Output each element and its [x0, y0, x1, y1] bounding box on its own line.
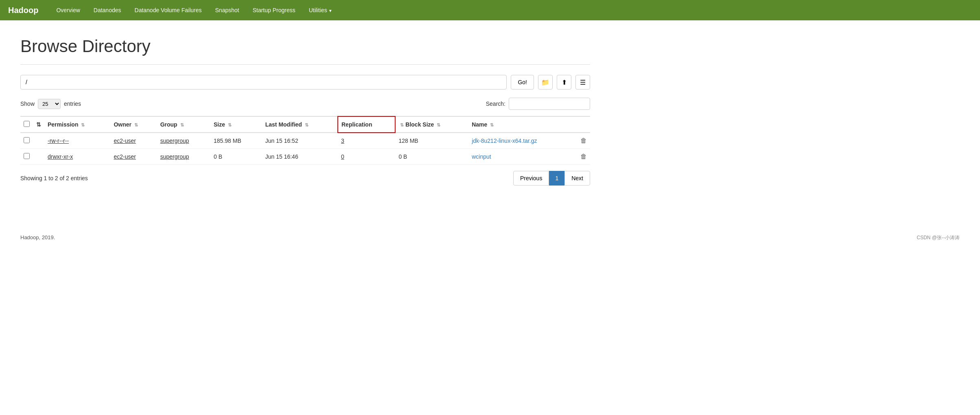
pagination: Previous 1 Next: [513, 171, 590, 186]
th-block-size[interactable]: ⇅ Block Size ⇅: [395, 116, 468, 133]
footer-right: CSDN @张--小涛涛: [917, 234, 960, 241]
delete-icon-1[interactable]: 🗑: [580, 137, 587, 144]
group-link-2[interactable]: supergroup: [160, 153, 189, 160]
nav-item-startup-progress[interactable]: Startup Progress: [247, 4, 301, 17]
nav-item-overview[interactable]: Overview: [50, 4, 85, 17]
show-label: Show: [20, 100, 35, 107]
entries-left: Show 10 25 50 100 entries: [20, 99, 81, 109]
select-all-checkbox[interactable]: [24, 121, 30, 127]
th-last-modified[interactable]: Last Modified ⇅: [262, 116, 338, 133]
page-title: Browse Directory: [20, 37, 590, 56]
permission-link-1[interactable]: -rw-r--r--: [48, 138, 69, 144]
sort-name-icon: ⇅: [490, 122, 494, 127]
nav-link-datanode-volume-failures[interactable]: Datanode Volume Failures: [129, 4, 208, 17]
nav-item-datanodes[interactable]: Datanodes: [88, 4, 127, 17]
directory-table: ⇅ Permission ⇅ Owner ⇅ Group ⇅ Size ⇅: [20, 116, 590, 165]
th-owner-label: Owner: [114, 121, 131, 128]
nav-item-datanode-volume-failures[interactable]: Datanode Volume Failures: [129, 4, 208, 17]
sort-group-icon: ⇅: [180, 122, 184, 127]
table-view-button[interactable]: ☰: [575, 75, 590, 90]
td-replication-1: 3: [338, 133, 395, 149]
td-group-2: supergroup: [157, 149, 210, 165]
permission-link-2[interactable]: drwxr-xr-x: [48, 153, 73, 160]
file-link-1[interactable]: jdk-8u212-linux-x64.tar.gz: [472, 138, 537, 144]
td-permission-2: drwxr-xr-x: [44, 149, 110, 165]
row-1-checkbox[interactable]: [24, 137, 30, 143]
folder-button[interactable]: 📁: [538, 75, 553, 90]
table-header-row: ⇅ Permission ⇅ Owner ⇅ Group ⇅ Size ⇅: [20, 116, 590, 133]
replication-value-2: 0: [341, 153, 344, 160]
td-block-size-2: 0 B: [395, 149, 468, 165]
delete-icon-2[interactable]: 🗑: [580, 153, 587, 160]
group-link-1[interactable]: supergroup: [160, 138, 189, 144]
td-name-1: jdk-8u212-linux-x64.tar.gz: [468, 133, 577, 149]
divider: [20, 64, 590, 65]
td-sort-2: [33, 149, 44, 165]
entries-label: entries: [64, 100, 81, 107]
td-delete-2: 🗑: [577, 149, 590, 165]
th-group-label: Group: [160, 121, 177, 128]
sort-last-modified-icon: ⇅: [305, 122, 308, 127]
th-group[interactable]: Group ⇅: [157, 116, 210, 133]
nav-item-utilities[interactable]: Utilities: [303, 4, 338, 17]
th-actions: [577, 116, 590, 133]
path-input[interactable]: [20, 75, 507, 90]
td-checkbox-1: [20, 133, 33, 149]
td-size-2: 0 B: [210, 149, 262, 165]
owner-link-2[interactable]: ec2-user: [114, 153, 136, 160]
th-size[interactable]: Size ⇅: [210, 116, 262, 133]
th-replication-label: Replication: [341, 121, 372, 128]
th-name[interactable]: Name ⇅: [468, 116, 577, 133]
nav-link-overview[interactable]: Overview: [50, 4, 85, 17]
go-button[interactable]: Go!: [511, 75, 534, 90]
td-name-2: wcinput: [468, 149, 577, 165]
row-2-checkbox[interactable]: [24, 153, 30, 159]
nav-link-datanodes[interactable]: Datanodes: [88, 4, 127, 17]
td-block-size-1: 128 MB: [395, 133, 468, 149]
folder-icon: 📁: [541, 79, 549, 86]
current-page[interactable]: 1: [549, 171, 564, 186]
footer-left: Hadoop, 2019.: [20, 234, 55, 241]
sort-size-icon: ⇅: [228, 122, 232, 127]
td-sort-1: [33, 133, 44, 149]
nav-link-utilities[interactable]: Utilities: [303, 4, 338, 17]
th-block-size-label: Block Size: [405, 121, 434, 128]
entries-select[interactable]: 10 25 50 100: [38, 99, 61, 109]
sort-permission-icon: ⇅: [81, 122, 85, 127]
table-icon: ☰: [580, 79, 586, 86]
td-checkbox-2: [20, 149, 33, 165]
next-button[interactable]: Next: [564, 171, 590, 186]
navbar-brand[interactable]: Hadoop: [8, 6, 38, 15]
main-content: Browse Directory Go! 📁 ⬆ ☰ Show 10 25 50…: [0, 20, 610, 202]
td-size-1: 185.98 MB: [210, 133, 262, 149]
sort-all-icon: ⇅: [36, 121, 41, 128]
td-replication-2: 0: [338, 149, 395, 165]
sort-replication-icon: ⇅: [400, 122, 404, 127]
dir-link-2[interactable]: wcinput: [472, 153, 491, 160]
th-permission[interactable]: Permission ⇅: [44, 116, 110, 133]
th-permission-label: Permission: [48, 121, 78, 128]
th-owner[interactable]: Owner ⇅: [110, 116, 157, 133]
sort-block-size-icon: ⇅: [437, 122, 440, 127]
owner-link-1[interactable]: ec2-user: [114, 138, 136, 144]
pagination-row: Showing 1 to 2 of 2 entries Previous 1 N…: [20, 171, 590, 186]
footer: Hadoop, 2019. CSDN @张--小涛涛: [0, 226, 980, 245]
th-replication[interactable]: Replication: [338, 116, 395, 133]
navbar: Hadoop Overview Datanodes Datanode Volum…: [0, 0, 980, 20]
table-row: -rw-r--r-- ec2-user supergroup 185.98 MB…: [20, 133, 590, 149]
td-last-modified-1: Jun 15 16:52: [262, 133, 338, 149]
th-checkbox: [20, 116, 33, 133]
td-permission-1: -rw-r--r--: [44, 133, 110, 149]
search-right: Search:: [486, 98, 590, 110]
table-body: -rw-r--r-- ec2-user supergroup 185.98 MB…: [20, 133, 590, 165]
nav-link-snapshot[interactable]: Snapshot: [210, 4, 245, 17]
th-sort-all[interactable]: ⇅: [33, 116, 44, 133]
nav-item-snapshot[interactable]: Snapshot: [210, 4, 245, 17]
search-input[interactable]: [509, 98, 590, 110]
replication-value-1: 3: [341, 138, 344, 144]
td-group-1: supergroup: [157, 133, 210, 149]
previous-button[interactable]: Previous: [513, 171, 549, 186]
th-last-modified-label: Last Modified: [265, 121, 302, 128]
nav-link-startup-progress[interactable]: Startup Progress: [247, 4, 301, 17]
upload-button[interactable]: ⬆: [557, 75, 571, 90]
